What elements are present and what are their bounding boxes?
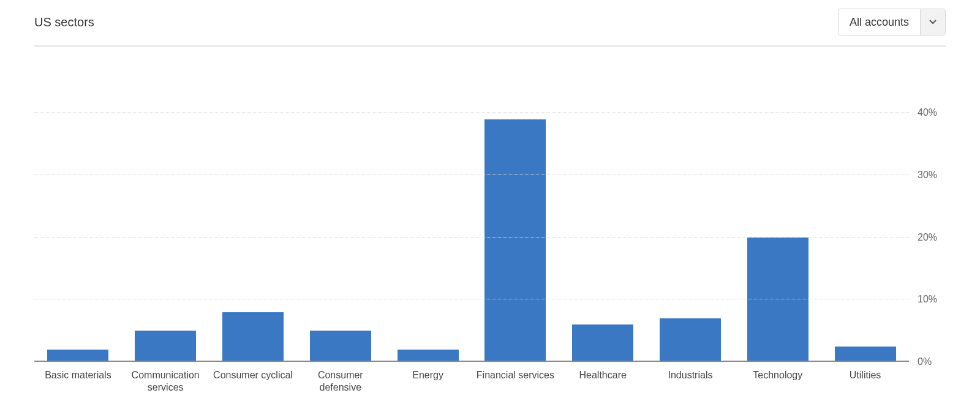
page-title: US sectors	[34, 15, 94, 29]
chart-gridline	[34, 237, 909, 238]
chart-ylabel: 0%	[909, 356, 932, 367]
page: US sectors All accounts 0%10%20%30%40% B…	[0, 0, 980, 399]
chart-bar[interactable]	[310, 331, 371, 362]
caret-down-icon	[921, 9, 945, 35]
chart-ylabel: 10%	[909, 294, 937, 305]
chart-bar-column	[209, 63, 297, 362]
chart-ylabel: 40%	[909, 107, 937, 118]
chart-bar-column	[559, 63, 647, 362]
chart-ylabel: 30%	[909, 170, 937, 181]
chart-bar[interactable]	[135, 331, 196, 362]
chart-bar[interactable]	[398, 350, 459, 362]
chart-bar-column	[296, 63, 384, 362]
chart-bar[interactable]	[222, 312, 284, 362]
chart-bars	[34, 63, 909, 362]
account-selector-label: All accounts	[839, 9, 921, 35]
chart-xlabel: Consumer cyclical	[209, 364, 297, 399]
chart-bar-column	[734, 63, 821, 362]
chart-xlabel: Financial services	[472, 364, 559, 399]
chart-xlabel: Technology	[734, 364, 821, 399]
chart-xlabel: Energy	[384, 364, 472, 399]
header-row: US sectors All accounts	[34, 6, 946, 38]
sectors-bar-chart: 0%10%20%30%40% Basic materialsCommunicat…	[34, 63, 946, 399]
chart-xlabels: Basic materialsCommunication servicesCon…	[34, 364, 909, 399]
chart-gridline	[34, 174, 909, 175]
divider	[34, 45, 946, 47]
chart-bar[interactable]	[835, 347, 896, 362]
chart-bar-column	[821, 63, 909, 362]
account-selector[interactable]: All accounts	[838, 9, 946, 36]
chart-baseline	[34, 361, 909, 362]
chart-gridline	[34, 112, 909, 113]
chart-bar-column	[122, 63, 209, 362]
chart-plot-area: 0%10%20%30%40%	[34, 63, 909, 362]
chart-xlabel: Utilities	[821, 364, 909, 399]
chart-xlabel: Healthcare	[559, 364, 647, 399]
chart-bar[interactable]	[660, 318, 721, 362]
chart-bar-column	[472, 63, 559, 362]
chart-bar[interactable]	[572, 324, 633, 362]
chart-bar[interactable]	[484, 119, 546, 362]
chart-xlabel: Basic materials	[34, 364, 122, 399]
chart-bar-column	[34, 63, 122, 362]
chart-xlabel: Consumer defensive	[296, 364, 384, 399]
chart-bar[interactable]	[47, 350, 108, 362]
chart-bar-column	[384, 63, 472, 362]
chart-gridline	[34, 299, 909, 299]
chart-xlabel: Industrials	[647, 364, 734, 399]
chart-bar-column	[647, 63, 734, 362]
chart-ylabel: 20%	[909, 232, 937, 243]
chart-xlabel: Communication services	[122, 364, 209, 399]
